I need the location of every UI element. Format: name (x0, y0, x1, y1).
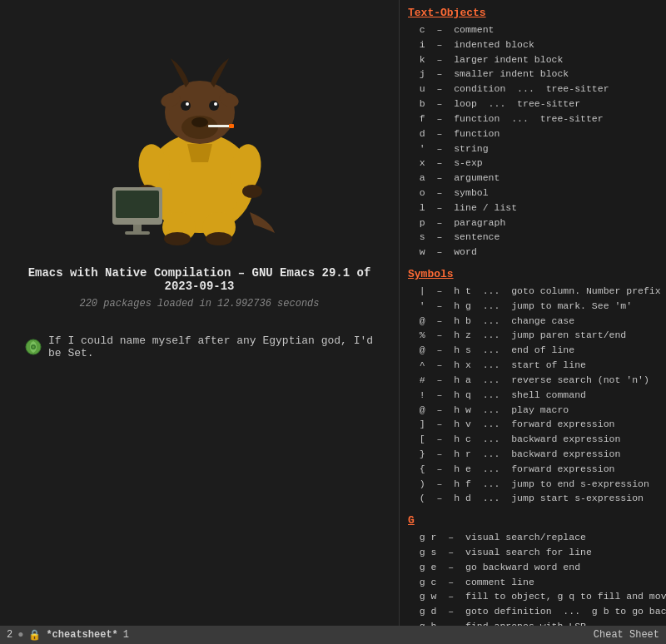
svg-point-28 (32, 346, 35, 349)
key-item: i – indented block (408, 37, 658, 52)
key-item: k – larger indent block (408, 52, 658, 67)
svg-marker-11 (187, 144, 212, 162)
svg-point-6 (186, 102, 189, 106)
svg-rect-17 (229, 124, 234, 128)
status-num2: 1 (123, 629, 129, 641)
status-cheatsheet-label: Cheat Sheet (594, 629, 659, 641)
key-item: ( – h d ... jump start s-expression (408, 491, 658, 506)
svg-point-4 (181, 101, 191, 111)
section-title: G (408, 514, 658, 527)
key-item: g c – comment line (408, 575, 658, 590)
right-panel[interactable]: Text-Objects c – comment i – indented bl… (400, 0, 666, 644)
gnu-mascot-image (83, 17, 316, 250)
svg-rect-23 (116, 191, 159, 218)
svg-rect-24 (133, 225, 142, 231)
quote-text: If I could name myself after any Egyptia… (48, 334, 374, 359)
key-item: ] – h v ... forward expression (408, 417, 658, 432)
key-item: ^ – h x ... start of line (408, 358, 658, 373)
section-title: Text-Objects (408, 7, 658, 19)
key-item: l – line / list (408, 201, 658, 215)
svg-point-5 (209, 101, 219, 111)
key-item: @ – h b ... change case (408, 314, 658, 329)
key-item: a – argument (408, 171, 658, 186)
emacs-title: Emacs with Native Compilation – GNU Emac… (0, 266, 399, 293)
status-bar: 2 ● 🔒 *cheatsheet* 1 Cheat Sheet (0, 626, 666, 644)
key-item: x – s-exp (408, 156, 658, 171)
svg-rect-25 (125, 231, 150, 235)
key-item: @ – h s ... end of line (408, 343, 658, 358)
status-num: 2 (7, 629, 12, 641)
key-item: ' – h g ... jump to mark. See 'm' (408, 299, 658, 314)
packages-info: 220 packages loaded in 12.992736 seconds (79, 298, 319, 310)
svg-point-15 (242, 185, 262, 198)
key-item: [ – h c ... backward expression (408, 432, 658, 447)
key-item: o – symbol (408, 186, 658, 201)
key-item: % – h z ... jump paren start/end (408, 328, 658, 343)
key-item: s – sentence (408, 230, 658, 245)
key-item: ! – h q ... shell command (408, 388, 658, 403)
status-dot: ● (17, 629, 23, 641)
status-lock-icon: 🔒 (28, 629, 41, 642)
svg-rect-16 (208, 125, 231, 127)
key-item: ) – h f ... jump to end s-expression (408, 477, 658, 492)
key-item: { – h e ... forward expression (408, 462, 658, 477)
key-item: j – smaller indent block (408, 67, 658, 82)
key-item: g w – fill to object, g q to fill and mo… (408, 589, 658, 604)
key-item: g r – visual search/replace (408, 530, 658, 545)
key-item: } – h r ... backward expression (408, 447, 658, 462)
svg-point-21 (206, 232, 232, 245)
key-item: g e – go backward word end (408, 560, 658, 575)
left-panel: Emacs with Native Compilation – GNU Emac… (0, 0, 400, 644)
key-item: u – condition ... tree-sitter (408, 82, 658, 97)
key-item: w – word (408, 245, 658, 260)
key-item: d – function (408, 126, 658, 141)
key-item: ' – string (408, 141, 658, 156)
key-item: g d – goto definition ... g b to go back (408, 604, 658, 619)
key-item: @ – h w ... play macro (408, 403, 658, 418)
key-item: | – h t ... goto column. Number prefix (408, 284, 658, 299)
status-filename: *cheatsheet* (46, 629, 117, 641)
key-item: # – h a ... reverse search (not 'n') (408, 373, 658, 388)
key-item: f – function ... tree-sitter (408, 111, 658, 126)
key-item: g s – visual search for line (408, 545, 658, 560)
svg-point-20 (164, 232, 191, 245)
svg-point-7 (214, 102, 217, 106)
quote-line: If I could name myself after any Egyptia… (0, 334, 399, 359)
section-title: Symbols (408, 268, 658, 280)
emacs-icon (25, 339, 42, 355)
key-item: p – paragraph (408, 215, 658, 230)
key-item: b – loop ... tree-sitter (408, 97, 658, 111)
key-item: c – comment (408, 22, 658, 37)
svg-point-3 (191, 117, 208, 127)
